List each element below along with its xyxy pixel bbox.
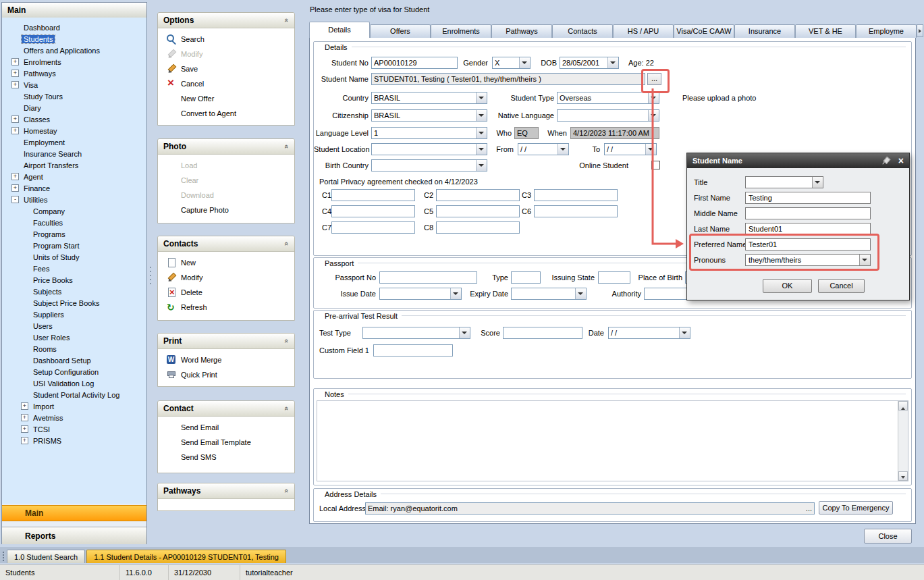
test-type-select[interactable] (362, 327, 470, 339)
notes-scrollbar[interactable] (898, 401, 908, 481)
student-type-select[interactable]: Overseas (557, 92, 659, 104)
copy-to-emergency-button[interactable]: Copy To Emergency (819, 501, 893, 515)
sidebar-splitter[interactable] (148, 2, 154, 544)
chevron-down-icon[interactable] (679, 327, 690, 338)
send-email-template-button[interactable]: Send Email Template (158, 435, 294, 450)
cancel-button[interactable]: Cancel (818, 279, 865, 293)
title-select[interactable] (745, 176, 823, 188)
from-date-select[interactable]: / / (518, 143, 569, 155)
tree-expander-icon[interactable]: + (11, 58, 19, 65)
notes-textarea[interactable] (317, 401, 897, 481)
sidebar-item-faculties[interactable]: Faculties (2, 217, 146, 228)
new-offer-button[interactable]: New Offer (158, 91, 294, 106)
taskbar-grip[interactable] (0, 550, 7, 563)
sidebar-item-rooms[interactable]: Rooms (2, 343, 146, 354)
close-icon[interactable] (898, 153, 904, 168)
collapse-chevron-icon[interactable] (283, 144, 291, 149)
tree-expander-icon[interactable]: + (11, 70, 19, 77)
chevron-down-icon[interactable] (607, 57, 618, 68)
issue-date-select[interactable] (379, 288, 462, 300)
address-ellipsis-button[interactable]: ... (806, 503, 812, 514)
tree-expander-icon[interactable]: + (11, 115, 19, 123)
chevron-down-icon[interactable] (648, 110, 659, 121)
sidebar-item-units-of-study[interactable]: Units of Study (2, 251, 146, 263)
sidebar-item-enrolments[interactable]: + Enrolments (2, 56, 146, 68)
c2-input[interactable] (436, 189, 520, 201)
student-location-select[interactable] (371, 143, 487, 155)
collapse-chevron-icon[interactable] (283, 18, 291, 22)
c3-input[interactable] (534, 189, 618, 201)
sidebar-item-visa[interactable]: + Visa (2, 79, 146, 90)
tab-contacts[interactable]: Contacts (552, 24, 613, 38)
sidebar-item-agent[interactable]: + Agent (2, 171, 146, 182)
passport-type-input[interactable] (511, 271, 541, 284)
student-name-ellipsis-button[interactable]: ... (647, 73, 661, 85)
tab-pathways[interactable]: Pathways (491, 24, 552, 38)
sidebar-item-subject-price-books[interactable]: Subject Price Books (2, 297, 146, 309)
dialog-titlebar[interactable]: Student Name (687, 153, 909, 168)
sidebar-item-usi-validation-log[interactable]: USI Validation Log (2, 377, 146, 389)
collapse-chevron-icon[interactable] (283, 242, 291, 246)
tree-expander-icon[interactable]: - (11, 196, 19, 203)
modify-button[interactable]: Modify (158, 47, 294, 61)
c5-input[interactable] (436, 205, 520, 217)
send-sms-button[interactable]: Send SMS (158, 450, 294, 465)
c4-input[interactable] (331, 205, 415, 217)
sidebar-item-setup-configuration[interactable]: Setup Configuration (2, 366, 146, 377)
capture-photo-button[interactable]: Capture Photo (158, 203, 294, 217)
tab-enrolments[interactable]: Enrolments (431, 24, 491, 38)
tree-expander-icon[interactable]: + (21, 402, 28, 410)
pronouns-select[interactable]: they/them/theirs (745, 254, 871, 266)
sidebar-item-airport-transfers[interactable]: Airport Transfers (2, 159, 146, 171)
tab-vet-he[interactable]: VET & HE (795, 24, 856, 38)
middle-name-input[interactable] (745, 207, 871, 219)
panel-header[interactable]: Pathways (158, 483, 294, 499)
birth-country-select[interactable] (371, 159, 487, 172)
test-date-select[interactable]: / / (608, 327, 690, 339)
local-address-field[interactable]: Email: ryan@equatorit.com ... (365, 502, 815, 515)
native-language-select[interactable] (557, 109, 659, 122)
convert-to-agent-button[interactable]: Convert to Agent (158, 106, 294, 121)
student-name-input[interactable]: STUDENT01, Testing ( Tester01, they/them… (371, 73, 645, 85)
language-level-select[interactable]: 1 (371, 127, 487, 139)
tree-expander-icon[interactable]: + (11, 173, 19, 180)
tab-details[interactable]: Details (309, 22, 370, 38)
tree-expander-icon[interactable]: + (11, 127, 19, 134)
reports-nav-button[interactable]: Reports (2, 527, 146, 544)
tab-offers[interactable]: Offers (370, 24, 431, 38)
sidebar-item-company[interactable]: Company (2, 205, 146, 217)
sidebar-item-offers-and-applications[interactable]: Offers and Applications (2, 45, 146, 56)
sidebar-item-users[interactable]: Users (2, 320, 146, 332)
chevron-down-icon[interactable] (450, 288, 461, 299)
sidebar-item-price-books[interactable]: Price Books (2, 274, 146, 286)
sidebar-item-subjects[interactable]: Subjects (2, 286, 146, 297)
tree-expander-icon[interactable]: + (11, 184, 19, 192)
issuing-state-input[interactable] (598, 271, 630, 284)
chevron-down-icon[interactable] (575, 288, 586, 299)
search-button[interactable]: Search (158, 32, 294, 47)
student-no-input[interactable]: AP00010129 (371, 57, 458, 69)
collapse-chevron-icon[interactable] (283, 406, 291, 411)
chevron-down-icon[interactable] (812, 177, 823, 188)
sidebar-item-dashboard[interactable]: Dashboard (2, 22, 146, 33)
chevron-down-icon[interactable] (645, 144, 656, 155)
chevron-down-icon[interactable] (476, 160, 487, 171)
panel-header[interactable]: Print (158, 334, 294, 349)
sidebar-item-study-tours[interactable]: Study Tours (2, 90, 146, 102)
sidebar-item-insurance-search[interactable]: Insurance Search (2, 148, 146, 159)
sidebar-item-program-start[interactable]: Program Start (2, 240, 146, 251)
contact-modify-button[interactable]: Modify (158, 270, 294, 285)
contact-new-button[interactable]: New (158, 255, 294, 270)
citizenship-select[interactable]: BRASIL (371, 109, 487, 122)
first-name-input[interactable]: Testing (745, 192, 871, 204)
last-name-input[interactable]: Student01 (745, 223, 871, 235)
chevron-down-icon[interactable] (476, 144, 487, 155)
c6-input[interactable] (534, 205, 618, 217)
passport-no-input[interactable] (379, 271, 477, 284)
panel-header[interactable]: Contacts (158, 236, 294, 252)
sidebar-item-programs[interactable]: Programs (2, 228, 146, 240)
sidebar-item-finance[interactable]: + Finance (2, 182, 146, 194)
chevron-down-icon[interactable] (859, 255, 870, 265)
to-date-select[interactable]: / / (604, 143, 657, 155)
c1-input[interactable] (331, 189, 415, 201)
